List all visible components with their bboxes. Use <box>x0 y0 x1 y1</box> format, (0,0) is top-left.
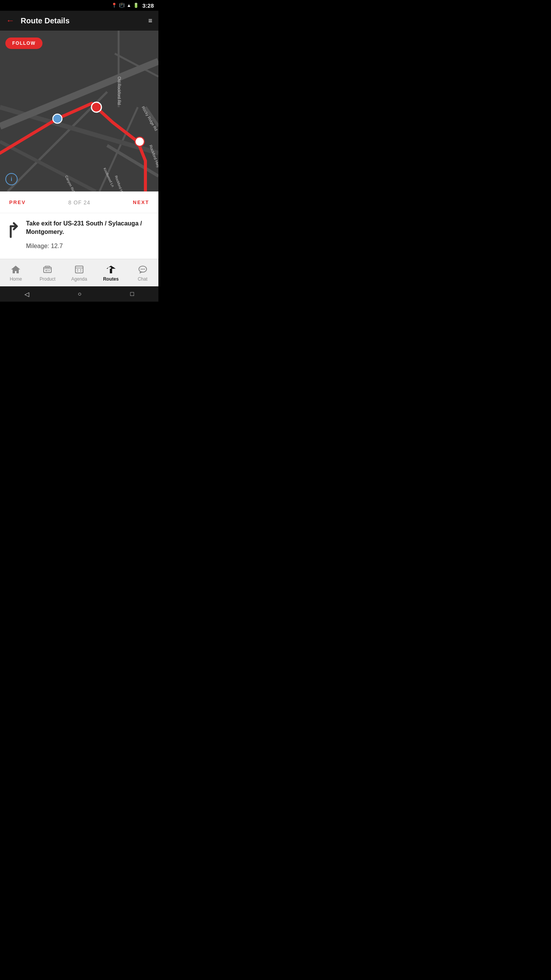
svg-point-18 <box>91 102 101 112</box>
step-navigation: PREV 8 OF 24 NEXT <box>0 191 158 213</box>
chat-icon <box>137 264 148 275</box>
menu-icon[interactable]: ≡ <box>148 17 152 25</box>
direction-mileage: Mileage: 12.7 <box>26 243 152 250</box>
location-icon: 📍 <box>111 3 117 8</box>
nav-home-label: Home <box>10 276 22 282</box>
nav-routes-label: Routes <box>103 276 119 282</box>
svg-marker-22 <box>11 266 20 273</box>
nav-product-label: Product <box>40 276 55 282</box>
svg-point-26 <box>49 270 50 271</box>
direction-instruction: Take exit for US-231 South / Sylacauga /… <box>26 219 152 237</box>
header: ← Route Details ≡ <box>0 11 158 31</box>
nav-agenda-label: Agenda <box>71 276 87 282</box>
svg-point-39 <box>142 268 143 270</box>
nav-item-product[interactable]: Product <box>32 264 64 282</box>
svg-rect-28 <box>75 266 83 273</box>
svg-text:Old Rockford Rd: Old Rockford Rd <box>117 77 121 105</box>
map-view: Old Rockford Rd Rocky Ridge Rd Rockford … <box>0 31 158 191</box>
routes-icon <box>106 264 116 275</box>
next-button[interactable]: NEXT <box>133 199 149 205</box>
direction-text: Take exit for US-231 South / Sylacauga /… <box>26 219 152 250</box>
system-recents-button[interactable]: □ <box>130 291 134 297</box>
step-count: 8 OF 24 <box>68 199 91 206</box>
svg-point-40 <box>143 268 145 270</box>
svg-point-25 <box>46 270 47 271</box>
nav-item-chat[interactable]: Chat <box>127 264 158 282</box>
system-back-button[interactable]: ◁ <box>24 291 29 298</box>
system-navigation: ◁ ○ □ <box>0 286 158 302</box>
svg-rect-0 <box>0 31 158 191</box>
info-button[interactable]: i <box>5 173 18 185</box>
svg-rect-23 <box>44 267 51 273</box>
product-icon <box>42 264 53 275</box>
page-title: Route Details <box>21 16 148 25</box>
signal-icon: ▲ <box>127 3 131 8</box>
status-icons: 📍 📳 ▲ 🔋 3:28 <box>111 2 154 9</box>
nav-item-agenda[interactable]: Agenda <box>64 264 95 282</box>
back-button[interactable]: ← <box>6 16 15 26</box>
agenda-icon <box>74 264 85 275</box>
info-icon: i <box>11 176 12 182</box>
nav-chat-label: Chat <box>138 276 147 282</box>
map-svg: Old Rockford Rd Rocky Ridge Rd Rockford … <box>0 31 158 191</box>
svg-point-38 <box>140 268 142 270</box>
turn-arrow-icon <box>6 221 21 243</box>
prev-button[interactable]: PREV <box>9 199 26 205</box>
system-home-button[interactable]: ○ <box>78 291 82 297</box>
nav-item-routes[interactable]: Routes <box>95 264 127 282</box>
follow-button[interactable]: FOLLOW <box>5 38 42 49</box>
battery-icon: 🔋 <box>133 3 139 8</box>
svg-point-17 <box>55 116 60 121</box>
svg-rect-35 <box>110 269 112 273</box>
bottom-navigation: Home Product Age <box>0 259 158 286</box>
home-icon <box>10 264 21 275</box>
nav-item-home[interactable]: Home <box>0 264 32 282</box>
status-time: 3:28 <box>142 2 154 9</box>
svg-point-19 <box>135 137 144 146</box>
status-bar: 📍 📳 ▲ 🔋 3:28 <box>0 0 158 11</box>
vibrate-icon: 📳 <box>119 3 125 8</box>
direction-panel: Take exit for US-231 South / Sylacauga /… <box>0 213 158 259</box>
